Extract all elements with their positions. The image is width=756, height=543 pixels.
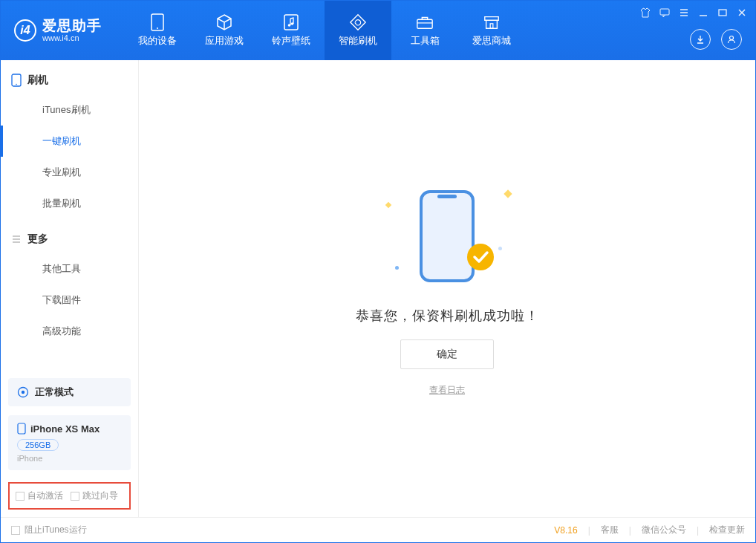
sidebar-item-other-tools[interactable]: 其他工具 [1, 253, 138, 284]
body: 刷机 iTunes刷机 一键刷机 专业刷机 批量刷机 更多 其他工具 下载固件 … [1, 60, 755, 517]
device-name: iPhone XS Max [30, 423, 100, 435]
tab-label: 我的设备 [138, 34, 177, 48]
logo-icon: i4 [14, 19, 36, 42]
device-card[interactable]: iPhone XS Max 256GB iPhone [8, 415, 131, 470]
tab-store[interactable]: 爱思商城 [458, 1, 525, 60]
svg-rect-15 [421, 192, 473, 281]
footer-link-update[interactable]: 检查更新 [709, 524, 745, 536]
tab-toolbox[interactable]: 工具箱 [391, 1, 458, 60]
sidebar: 刷机 iTunes刷机 一键刷机 专业刷机 批量刷机 更多 其他工具 下载固件 … [1, 60, 139, 517]
version-label: V8.16 [554, 525, 577, 536]
check-badge-icon [466, 243, 495, 271]
device-small-icon [17, 423, 26, 435]
svg-point-4 [291, 22, 294, 25]
svg-rect-14 [18, 423, 25, 434]
header-user-icons [690, 29, 742, 50]
shirt-icon[interactable] [639, 7, 651, 19]
svg-point-11 [16, 84, 17, 85]
checkbox-icon [11, 526, 20, 535]
minimize-icon[interactable] [697, 7, 709, 19]
checkbox-skip-guide[interactable]: 跳过向导 [71, 490, 118, 502]
app-subtitle: www.i4.cn [42, 33, 102, 42]
toolbox-icon [416, 13, 434, 31]
refresh-icon [349, 13, 367, 31]
tab-ring-wallpaper[interactable]: 铃声壁纸 [258, 1, 325, 60]
footer-link-wechat[interactable]: 微信公众号 [642, 524, 686, 536]
status-ok-icon [17, 386, 29, 398]
footer: 阻止iTunes运行 V8.16 | 客服 | 微信公众号 | 检查更新 [1, 517, 755, 542]
close-icon[interactable] [736, 7, 748, 19]
download-icon[interactable] [690, 29, 711, 50]
ok-button[interactable]: 确定 [400, 339, 494, 369]
checkbox-auto-activate[interactable]: 自动激活 [16, 490, 63, 502]
sidebar-section-more: 更多 [1, 219, 138, 253]
device-mode-status[interactable]: 正常模式 [8, 378, 131, 406]
tab-my-device[interactable]: 我的设备 [124, 1, 191, 60]
svg-rect-7 [660, 9, 669, 15]
svg-rect-16 [437, 195, 457, 198]
device-icon [149, 13, 166, 31]
sidebar-item-advanced[interactable]: 高级功能 [1, 316, 138, 347]
app-title: 爱思助手 [42, 19, 102, 34]
app-window: i4 爱思助手 www.i4.cn 我的设备 应用游戏 铃声壁纸 智能刷机 [0, 0, 756, 543]
svg-rect-8 [719, 10, 726, 16]
tab-label: 爱思商城 [472, 34, 511, 48]
header: i4 爱思助手 www.i4.cn 我的设备 应用游戏 铃声壁纸 智能刷机 [1, 1, 755, 60]
tab-apps-games[interactable]: 应用游戏 [191, 1, 258, 60]
cube-icon [215, 13, 233, 31]
svg-point-17 [467, 244, 494, 270]
view-log-link[interactable]: 查看日志 [429, 384, 465, 397]
svg-rect-2 [284, 15, 298, 30]
device-type: iPhone [17, 454, 122, 463]
phone-small-icon [11, 74, 22, 87]
list-icon [11, 234, 22, 244]
svg-point-3 [288, 24, 291, 27]
svg-rect-6 [490, 24, 493, 28]
nav-tabs: 我的设备 应用游戏 铃声壁纸 智能刷机 工具箱 爱思商城 [124, 1, 525, 60]
svg-rect-5 [417, 19, 432, 28]
tab-smart-flash[interactable]: 智能刷机 [325, 1, 391, 60]
svg-point-9 [730, 36, 734, 40]
music-icon [282, 13, 300, 31]
svg-point-13 [22, 391, 25, 394]
feedback-icon[interactable] [659, 7, 671, 19]
store-icon [483, 13, 501, 31]
device-capacity: 256GB [17, 439, 59, 451]
menu-icon[interactable] [678, 7, 690, 19]
tab-label: 工具箱 [411, 34, 440, 48]
checkbox-stop-itunes[interactable]: 阻止iTunes运行 [11, 524, 87, 536]
user-icon[interactable] [721, 29, 742, 50]
tab-label: 智能刷机 [339, 34, 377, 48]
window-controls [639, 7, 748, 19]
success-illustration [403, 181, 492, 292]
sidebar-options-highlight: 自动激活 跳过向导 [8, 482, 131, 510]
checkbox-icon [16, 492, 25, 501]
sidebar-section-flash: 刷机 [1, 60, 138, 94]
success-message: 恭喜您，保资料刷机成功啦！ [356, 307, 539, 325]
sidebar-item-download-firmware[interactable]: 下载固件 [1, 284, 138, 316]
sidebar-item-oneclick-flash[interactable]: 一键刷机 [1, 126, 138, 157]
sidebar-item-pro-flash[interactable]: 专业刷机 [1, 157, 138, 188]
checkbox-icon [71, 492, 79, 501]
sidebar-item-itunes-flash[interactable]: iTunes刷机 [1, 94, 138, 126]
sidebar-item-batch-flash[interactable]: 批量刷机 [1, 188, 138, 219]
main-content: 恭喜您，保资料刷机成功啦！ 确定 查看日志 [139, 60, 755, 517]
footer-link-support[interactable]: 客服 [601, 524, 619, 536]
tab-label: 应用游戏 [205, 34, 244, 48]
svg-point-1 [157, 27, 158, 29]
maximize-icon[interactable] [717, 7, 729, 19]
tab-label: 铃声壁纸 [272, 34, 310, 48]
logo-area[interactable]: i4 爱思助手 www.i4.cn [1, 19, 115, 43]
